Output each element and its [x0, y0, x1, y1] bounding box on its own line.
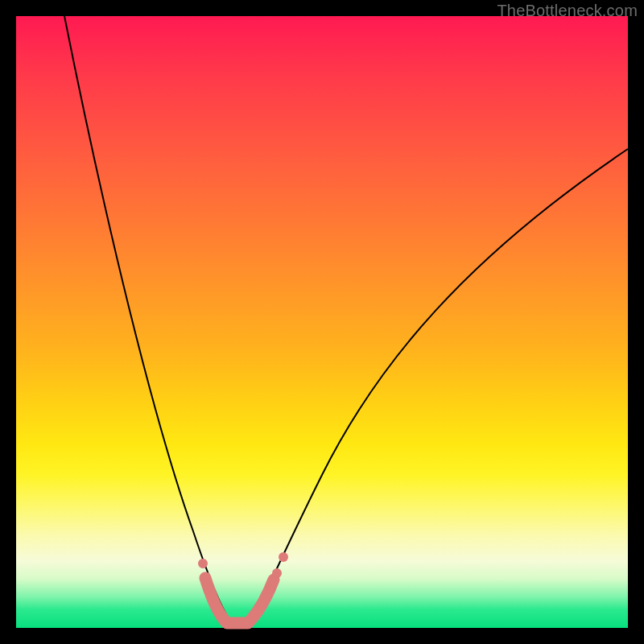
trace-dot [266, 585, 275, 593]
chart-svg [16, 16, 628, 628]
trace-dot [279, 552, 288, 562]
left-curve [64, 16, 233, 625]
trace-dot [272, 568, 282, 578]
right-curve [250, 149, 628, 625]
trace-dot [198, 559, 208, 568]
highlight-trace [205, 578, 274, 623]
trace-dot [203, 579, 213, 588]
watermark-text: TheBottleneck.com [497, 2, 638, 20]
